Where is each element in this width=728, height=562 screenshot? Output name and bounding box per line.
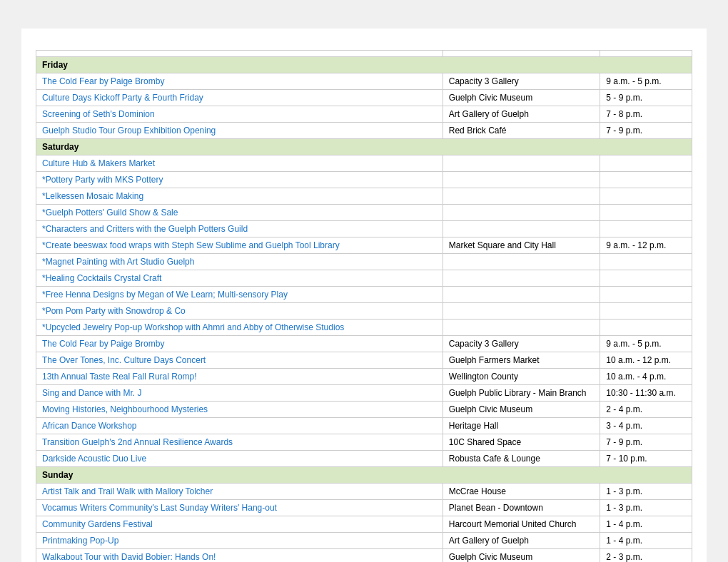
event-location: Robusta Cafe & Lounge <box>443 451 600 467</box>
event-link[interactable]: Artist Talk and Trail Walk with Mallory … <box>42 486 213 496</box>
event-link[interactable]: The Cold Fear by Paige Bromby <box>42 76 164 86</box>
event-title-cell[interactable]: *Characters and Critters with the Guelph… <box>36 221 443 237</box>
header-title <box>36 51 443 57</box>
event-title-cell[interactable]: Printmaking Pop-Up <box>36 533 443 549</box>
table-row: The Cold Fear by Paige BrombyCapacity 3 … <box>36 73 692 90</box>
event-link[interactable]: The Over Tones, Inc. Culture Days Concer… <box>42 355 206 365</box>
event-time: 10:30 - 11:30 a.m. <box>600 385 692 402</box>
event-title-cell[interactable]: *Free Henna Designs by Megan of We Learn… <box>36 287 443 303</box>
table-row: *Healing Cocktails Crystal Craft <box>36 270 692 287</box>
event-time: 1 - 4 p.m. <box>600 533 692 549</box>
table-row: Transition Guelph's 2nd Annual Resilienc… <box>36 434 692 451</box>
event-time <box>600 155 692 172</box>
event-title-cell[interactable]: Vocamus Writers Community's Last Sunday … <box>36 500 443 516</box>
event-link[interactable]: Culture Days Kickoff Party & Fourth Frid… <box>42 93 203 103</box>
table-row: *Pottery Party with MKS Pottery <box>36 172 692 188</box>
event-link[interactable]: *Lelkessen Mosaic Making <box>42 191 143 201</box>
event-link[interactable]: Walkabout Tour with David Bobier: Hands … <box>42 552 216 562</box>
event-location <box>443 270 600 287</box>
event-link[interactable]: Guelph Studio Tour Group Exhibition Open… <box>42 126 216 136</box>
table-row: *Characters and Critters with the Guelph… <box>36 221 692 237</box>
event-link[interactable]: *Free Henna Designs by Megan of We Learn… <box>42 290 288 300</box>
table-row: African Dance WorkshopHeritage Hall3 - 4… <box>36 418 692 434</box>
event-time <box>600 270 692 287</box>
event-link[interactable]: Sing and Dance with Mr. J <box>42 388 141 398</box>
event-link[interactable]: Transition Guelph's 2nd Annual Resilienc… <box>42 437 233 447</box>
event-title-cell[interactable]: *Pom Pom Party with Snowdrop & Co <box>36 303 443 320</box>
day-header-friday: Friday <box>36 57 692 73</box>
event-title-cell[interactable]: *Pottery Party with MKS Pottery <box>36 172 443 188</box>
event-link[interactable]: *Create beeswax food wraps with Steph Se… <box>42 240 340 250</box>
event-location: Guelph Civic Museum <box>443 402 600 418</box>
event-link[interactable]: Culture Hub & Makers Market <box>42 158 155 168</box>
event-time <box>600 172 692 188</box>
event-location: Guelph Public Library - Main Branch <box>443 385 600 402</box>
event-time <box>600 287 692 303</box>
event-title-cell[interactable]: Darkside Acoustic Duo Live <box>36 451 443 467</box>
event-title-cell[interactable]: Walkabout Tour with David Bobier: Hands … <box>36 549 443 563</box>
event-title-cell[interactable]: *Guelph Potters' Guild Show & Sale <box>36 205 443 221</box>
event-link[interactable]: Screening of Seth's Dominion <box>42 109 155 119</box>
event-location: Wellington County <box>443 369 600 385</box>
event-title-cell[interactable]: Moving Histories, Neighbourhood Mysterie… <box>36 402 443 418</box>
event-time: 9 a.m. - 5 p.m. <box>600 73 692 90</box>
event-link[interactable]: *Pom Pom Party with Snowdrop & Co <box>42 306 186 316</box>
event-time <box>600 303 692 320</box>
event-title-cell[interactable]: Sing and Dance with Mr. J <box>36 385 443 402</box>
event-link[interactable]: Darkside Acoustic Duo Live <box>42 454 146 464</box>
table-row: *Free Henna Designs by Megan of We Learn… <box>36 287 692 303</box>
event-title-cell[interactable]: *Create beeswax food wraps with Steph Se… <box>36 237 443 254</box>
table-row: Moving Histories, Neighbourhood Mysterie… <box>36 402 692 418</box>
header-time <box>600 51 692 57</box>
event-title-cell[interactable]: Community Gardens Festival <box>36 516 443 533</box>
event-location: Planet Bean - Downtown <box>443 500 600 516</box>
event-location <box>443 254 600 270</box>
event-link[interactable]: 13th Annual Taste Real Fall Rural Romp! <box>42 372 197 382</box>
event-title-cell[interactable]: The Cold Fear by Paige Bromby <box>36 73 443 90</box>
event-title-cell[interactable]: *Healing Cocktails Crystal Craft <box>36 270 443 287</box>
event-title-cell[interactable]: Transition Guelph's 2nd Annual Resilienc… <box>36 434 443 451</box>
table-row: Vocamus Writers Community's Last Sunday … <box>36 500 692 516</box>
table-row: Walkabout Tour with David Bobier: Hands … <box>36 549 692 563</box>
event-link[interactable]: *Healing Cocktails Crystal Craft <box>42 273 161 283</box>
event-link[interactable]: *Magnet Painting with Art Studio Guelph <box>42 257 194 267</box>
event-title-cell[interactable]: African Dance Workshop <box>36 418 443 434</box>
event-time <box>600 205 692 221</box>
event-link[interactable]: Printmaking Pop-Up <box>42 536 118 546</box>
event-link[interactable]: *Pottery Party with MKS Pottery <box>42 175 163 185</box>
event-location: Capacity 3 Gallery <box>443 73 600 90</box>
event-link[interactable]: *Guelph Potters' Guild Show & Sale <box>42 208 178 218</box>
event-title-cell[interactable]: Guelph Studio Tour Group Exhibition Open… <box>36 123 443 139</box>
event-title-cell[interactable]: Culture Hub & Makers Market <box>36 155 443 172</box>
event-time: 1 - 3 p.m. <box>600 500 692 516</box>
event-location <box>443 172 600 188</box>
event-title-cell[interactable]: Culture Days Kickoff Party & Fourth Frid… <box>36 90 443 106</box>
event-location: Guelph Civic Museum <box>443 549 600 563</box>
event-title-cell[interactable]: *Magnet Painting with Art Studio Guelph <box>36 254 443 270</box>
table-row: *Lelkessen Mosaic Making <box>36 188 692 205</box>
event-link[interactable]: African Dance Workshop <box>42 421 137 431</box>
event-link[interactable]: Vocamus Writers Community's Last Sunday … <box>42 503 277 513</box>
event-location: Art Gallery of Guelph <box>443 533 600 549</box>
event-location <box>443 155 600 172</box>
event-link[interactable]: Moving Histories, Neighbourhood Mysterie… <box>42 404 208 414</box>
event-title-cell[interactable]: Artist Talk and Trail Walk with Mallory … <box>36 484 443 500</box>
event-link[interactable]: *Characters and Critters with the Guelph… <box>42 224 248 234</box>
event-time <box>600 254 692 270</box>
event-link[interactable]: *Upcycled Jewelry Pop-up Workshop with A… <box>42 322 344 332</box>
event-title-cell[interactable]: 13th Annual Taste Real Fall Rural Romp! <box>36 369 443 385</box>
event-title-cell[interactable]: *Lelkessen Mosaic Making <box>36 188 443 205</box>
table-row: *Magnet Painting with Art Studio Guelph <box>36 254 692 270</box>
event-title-cell[interactable]: Screening of Seth's Dominion <box>36 106 443 123</box>
event-time: 1 - 4 p.m. <box>600 516 692 533</box>
table-row: The Over Tones, Inc. Culture Days Concer… <box>36 352 692 369</box>
page-container: FridayThe Cold Fear by Paige BrombyCapac… <box>21 29 707 562</box>
table-row: Darkside Acoustic Duo LiveRobusta Cafe &… <box>36 451 692 467</box>
event-link[interactable]: The Cold Fear by Paige Bromby <box>42 339 164 349</box>
event-title-cell[interactable]: The Cold Fear by Paige Bromby <box>36 336 443 352</box>
event-title-cell[interactable]: The Over Tones, Inc. Culture Days Concer… <box>36 352 443 369</box>
event-title-cell[interactable]: *Upcycled Jewelry Pop-up Workshop with A… <box>36 320 443 336</box>
table-row: The Cold Fear by Paige BrombyCapacity 3 … <box>36 336 692 352</box>
event-link[interactable]: Community Gardens Festival <box>42 519 153 529</box>
header-location <box>443 51 600 57</box>
